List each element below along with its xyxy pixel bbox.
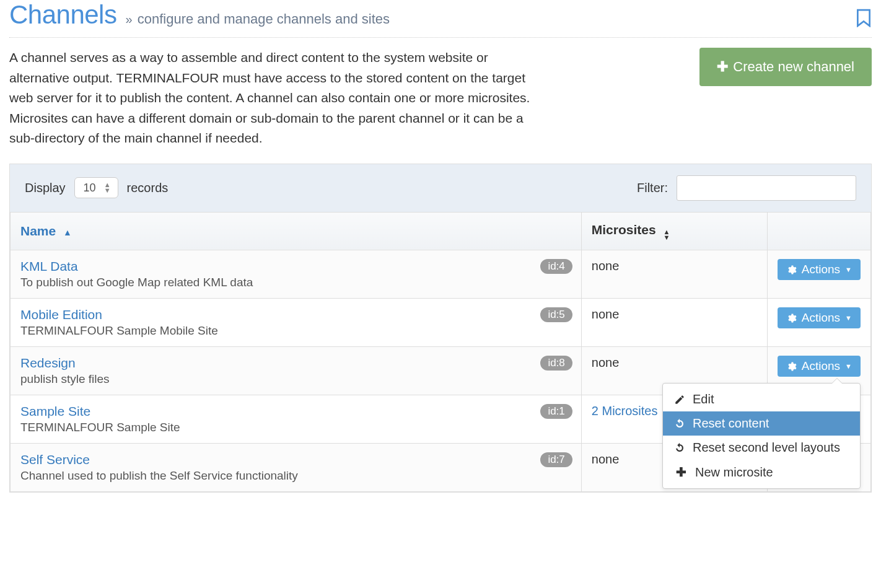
edit-icon — [674, 394, 685, 405]
channel-description: TERMINALFOUR Sample Site — [20, 421, 571, 434]
gear-icon — [786, 313, 797, 323]
refresh-icon — [674, 442, 685, 454]
column-header-actions — [767, 212, 870, 250]
filter-label: Filter: — [637, 181, 668, 195]
channel-name-link[interactable]: Mobile Edition — [20, 307, 102, 322]
actions-dropdown: EditReset contentReset second level layo… — [662, 383, 861, 489]
records-label: records — [127, 181, 169, 195]
id-badge: id:7 — [540, 452, 572, 467]
plus-icon: ✚ — [674, 465, 688, 480]
actions-button-label: Actions — [802, 311, 840, 325]
microsites-link[interactable]: 2 Microsites — [592, 404, 658, 418]
dropdown-item-label: Reset content — [693, 416, 769, 431]
intro-text: A channel serves as a way to assemble an… — [9, 48, 542, 149]
microsites-value: none — [592, 356, 620, 369]
refresh-icon — [674, 418, 685, 429]
channel-name-link[interactable]: Self Service — [20, 452, 90, 467]
channel-name-link[interactable]: Redesign — [20, 356, 76, 371]
channel-description: publish style files — [20, 372, 571, 386]
plus-icon: ✚ — [717, 60, 728, 74]
dropdown-item-label: New microsite — [695, 465, 773, 480]
display-label: Display — [25, 181, 66, 195]
table-row: Redesignpublish style filesid:8noneActio… — [11, 347, 871, 395]
microsites-value: none — [592, 259, 620, 273]
page-subtitle: » configure and manage channels and site… — [125, 11, 390, 27]
gear-icon — [786, 265, 797, 275]
channel-description: Channel used to publish the Self Service… — [20, 469, 571, 483]
filter-input[interactable] — [677, 175, 856, 201]
caret-down-icon: ▼ — [845, 266, 852, 273]
dropdown-item[interactable]: Reset content — [663, 411, 860, 436]
column-header-name[interactable]: Name ▲ — [11, 212, 582, 250]
caret-down-icon: ▼ — [845, 362, 852, 370]
table-row: Mobile EditionTERMINALFOUR Sample Mobile… — [11, 299, 871, 347]
page-title: Channels — [9, 0, 116, 30]
dropdown-item-label: Edit — [693, 392, 714, 406]
sort-both-icon: ▲▼ — [664, 229, 670, 240]
channel-description: TERMINALFOUR Sample Mobile Site — [20, 324, 571, 338]
channel-description: To publish out Google Map related KML da… — [20, 276, 571, 289]
actions-button[interactable]: Actions▼ — [778, 259, 861, 280]
id-badge: id:1 — [540, 404, 572, 419]
dropdown-item[interactable]: ✚New microsite — [663, 460, 860, 485]
create-new-channel-button[interactable]: ✚ Create new channel — [699, 48, 872, 86]
dropdown-item[interactable]: Reset second level layouts — [663, 436, 860, 460]
actions-button[interactable]: Actions▼ — [778, 356, 861, 377]
id-badge: id:4 — [540, 259, 572, 274]
microsites-value: none — [592, 452, 620, 466]
actions-button-label: Actions — [802, 359, 840, 373]
id-badge: id:5 — [540, 307, 572, 322]
actions-button[interactable]: Actions▼ — [778, 307, 861, 328]
dropdown-item[interactable]: Edit — [663, 387, 860, 411]
channel-name-link[interactable]: Sample Site — [20, 404, 90, 419]
sort-asc-icon: ▲ — [63, 229, 72, 236]
chevrons-right-icon: » — [125, 12, 132, 26]
page-size-select[interactable]: 10 — [74, 177, 118, 198]
channel-name-link[interactable]: KML Data — [20, 259, 78, 274]
actions-button-label: Actions — [802, 263, 840, 276]
gear-icon — [786, 361, 797, 372]
column-header-microsites[interactable]: Microsites ▲▼ — [581, 212, 767, 250]
caret-down-icon: ▼ — [845, 314, 852, 322]
id-badge: id:8 — [540, 356, 572, 371]
dropdown-item-label: Reset second level layouts — [693, 441, 840, 455]
bookmark-icon[interactable] — [856, 9, 872, 27]
microsites-value: none — [592, 307, 620, 321]
table-row: KML DataTo publish out Google Map relate… — [11, 250, 871, 299]
